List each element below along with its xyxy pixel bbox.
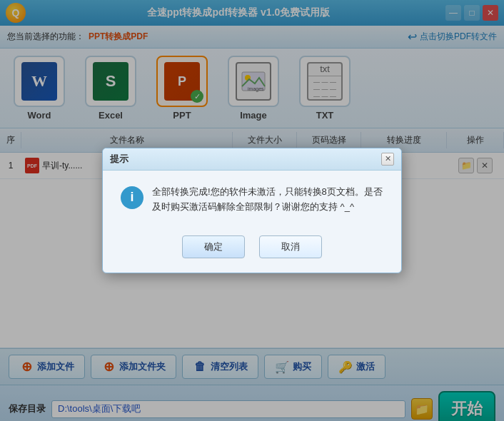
- modal-buttons: 确定 取消: [103, 228, 401, 273]
- modal-content: i 全部转换完成!您的软件未激活，只能转换8页文档。是否及时购买激活码解除全部限…: [103, 171, 401, 229]
- modal-confirm-button[interactable]: 确定: [182, 235, 245, 258]
- modal-title: 提示: [110, 153, 128, 166]
- modal-message: 全部转换完成!您的软件未激活，只能转换8页文档。是否及时购买激活码解除全部限制？…: [152, 185, 383, 215]
- modal-title-bar: 提示 ✕: [103, 148, 401, 171]
- modal-info-icon: i: [121, 186, 143, 209]
- modal-close-button[interactable]: ✕: [381, 153, 394, 166]
- modal-dialog: 提示 ✕ i 全部转换完成!您的软件未激活，只能转换8页文档。是否及时购买激活码…: [102, 148, 402, 274]
- modal-overlay: 提示 ✕ i 全部转换完成!您的软件未激活，只能转换8页文档。是否及时购买激活码…: [0, 0, 504, 421]
- modal-cancel-button[interactable]: 取消: [259, 235, 322, 258]
